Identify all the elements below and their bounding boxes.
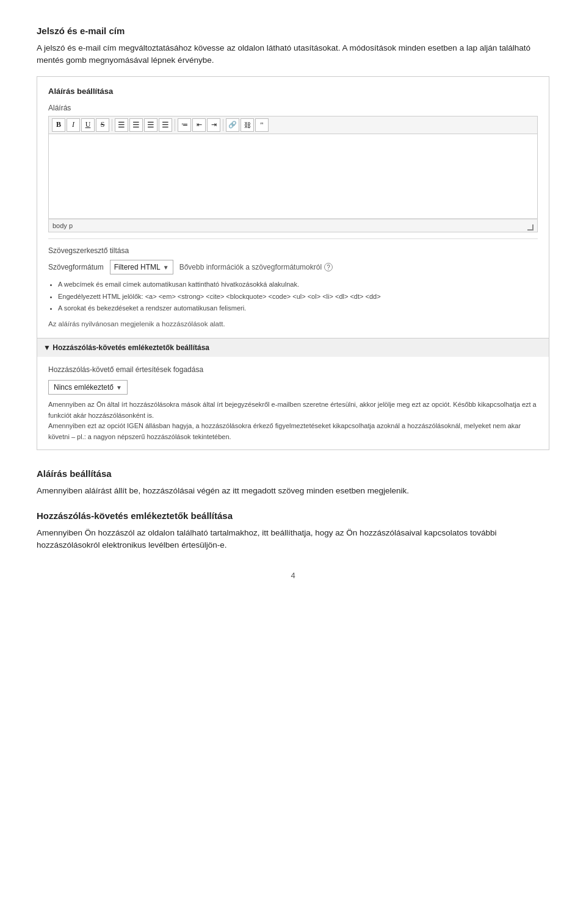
toolbar-strike[interactable]: S	[96, 118, 109, 132]
comment-reminder-arrow: ▼	[116, 383, 122, 392]
toolbar-quote[interactable]: "	[255, 118, 269, 132]
text-format-row: Szövegformátum Filtered HTML ▼ Bővebb in…	[48, 260, 538, 274]
section2-title: Hozzászólás-követés emlékeztetők beállít…	[37, 509, 549, 523]
toolbar-align-left[interactable]: ☰	[115, 118, 128, 132]
section1-text: Amennyiben aláírást állít be, hozzászólá…	[37, 485, 549, 497]
text-format-arrow: ▼	[163, 263, 169, 272]
body-section-1: Aláírás beállítása Amennyiben aláírást á…	[37, 467, 549, 497]
toolbar-list-ul[interactable]: ≔	[178, 118, 191, 132]
toolbar-italic[interactable]: I	[67, 118, 80, 132]
toolbar-unlink[interactable]: ⛓	[241, 118, 254, 132]
editor-path: body p	[52, 221, 73, 231]
section2-text: Amennyiben Ön hozzászól az oldalon talál…	[37, 527, 549, 552]
toolbar-underline[interactable]: U	[81, 118, 95, 132]
editor-toolbar[interactable]: B I U S ☰ ☰ ☰ ☰ ≔ ⇤ ⇥ 🔗 ⛓ "	[48, 116, 538, 134]
toolbar-sep-2	[175, 119, 175, 131]
more-info-link[interactable]: Bővebb információk a szövegformátumokról…	[179, 262, 333, 273]
toolbar-sep-1	[112, 119, 112, 131]
text-format-select[interactable]: Filtered HTML ▼	[110, 260, 173, 274]
signature-editor[interactable]	[48, 134, 538, 219]
toolbar-sep-3	[223, 119, 223, 131]
comment-email-label: Hozzászólás-követő email értesítések fog…	[48, 364, 203, 375]
editor-resize-handle[interactable]	[527, 224, 534, 231]
section1-title: Aláírás beállítása	[37, 467, 549, 481]
html-info-item-3: A sorokat és bekezdéseket a rendszer aut…	[58, 303, 538, 314]
comment-tracking-content: Hozzászólás-követő email értesítések fog…	[37, 357, 549, 449]
comment-tracking-description: Amennyiben az Ön által írt hozzászólások…	[48, 399, 538, 442]
toolbar-indent-right[interactable]: ⇥	[207, 118, 220, 132]
html-info-item-2: Engedélyezett HTML jelölők: <a> <em> <st…	[58, 292, 538, 303]
toolbar-indent-left[interactable]: ⇤	[192, 118, 206, 132]
text-editor-disable-label: Szövegszerkesztő tiltása	[48, 245, 538, 256]
toolbar-link[interactable]: 🔗	[226, 118, 239, 132]
toolbar-bold[interactable]: B	[52, 118, 65, 132]
editor-footer: body p	[48, 219, 538, 233]
signature-public-note: Az aláírás nyilvánosan megjelenik a hozz…	[48, 319, 538, 329]
body-section-2: Hozzászólás-követés emlékeztetők beállít…	[37, 509, 549, 551]
page-number: 4	[37, 570, 549, 582]
toolbar-align-justify[interactable]: ☰	[159, 118, 172, 132]
divider-1	[48, 238, 538, 239]
text-format-section: Szövegszerkesztő tiltása Szövegformátum …	[48, 245, 538, 329]
title-description: A jelszó és e-mail cím megváltoztatásáho…	[37, 42, 549, 67]
more-info-text: Bővebb információk a szövegformátumokról	[179, 262, 322, 273]
screenshot-box: Aláírás beállítása Aláírás B I U S ☰ ☰ ☰…	[37, 76, 549, 450]
text-format-label: Szövegformátum	[48, 262, 104, 273]
comment-reminder-select[interactable]: Nincs emlékeztető ▼	[48, 380, 128, 395]
text-format-value: Filtered HTML	[114, 262, 161, 273]
comment-email-row: Hozzászólás-követő email értesítések fog…	[48, 364, 538, 375]
toolbar-align-center[interactable]: ☰	[129, 118, 143, 132]
help-icon: ?	[324, 263, 333, 271]
toolbar-align-right[interactable]: ☰	[144, 118, 157, 132]
page-title: Jelszó és e-mail cím	[37, 24, 549, 38]
html-info-box: A webcímek és email címek automatikusan …	[48, 279, 538, 314]
comment-tracking-title: ▼ Hozzászólás-követés emlékeztetők beáll…	[43, 342, 209, 353]
comment-select-row: Nincs emlékeztető ▼	[48, 380, 538, 395]
comment-tracking-header[interactable]: ▼ Hozzászólás-követés emlékeztetők beáll…	[37, 338, 549, 357]
screenshot-title: Aláírás beállítása	[48, 85, 538, 98]
signature-label: Aláírás	[48, 102, 538, 113]
html-info-item-1: A webcímek és email címek automatikusan …	[58, 279, 538, 290]
comment-reminder-value: Nincs emlékeztető	[54, 382, 114, 393]
